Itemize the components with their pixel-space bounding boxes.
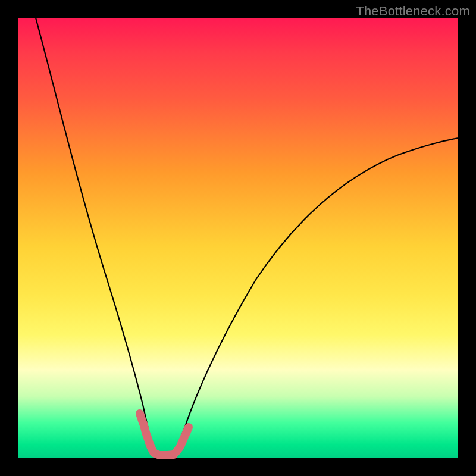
plot-area xyxy=(18,18,458,458)
chart-frame: TheBottleneck.com xyxy=(0,0,476,476)
highlight-segment xyxy=(140,414,189,455)
curve-layer xyxy=(18,18,458,458)
watermark-text: TheBottleneck.com xyxy=(356,4,470,19)
bottleneck-curve xyxy=(36,18,458,458)
